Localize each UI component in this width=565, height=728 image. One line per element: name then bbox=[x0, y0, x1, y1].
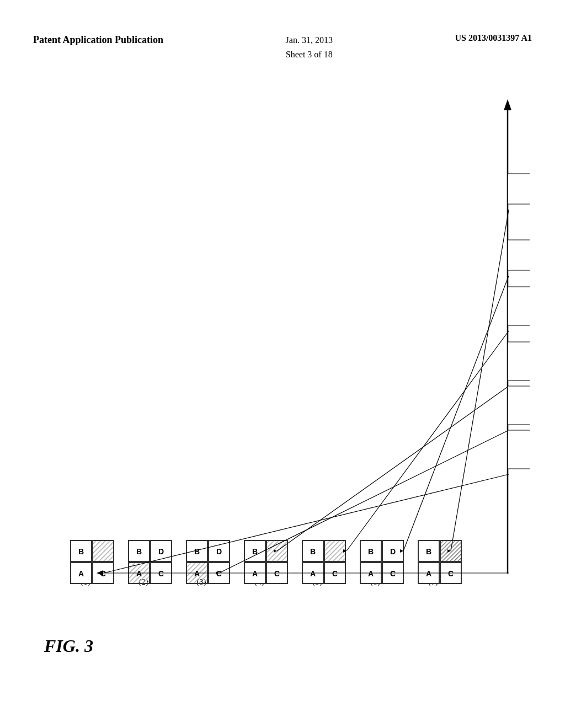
svg-text:A: A bbox=[252, 569, 258, 578]
figure-3-diagram: (1) B A C (2) B D A C (3) B D A C (4) B … bbox=[33, 88, 530, 673]
svg-text:A: A bbox=[136, 569, 142, 578]
svg-text:A: A bbox=[368, 569, 374, 578]
svg-rect-5 bbox=[93, 540, 114, 561]
svg-text:C: C bbox=[158, 569, 164, 578]
svg-text:A: A bbox=[426, 569, 431, 578]
svg-text:D: D bbox=[216, 547, 222, 556]
svg-rect-82 bbox=[508, 342, 530, 381]
svg-line-76 bbox=[451, 210, 509, 551]
svg-rect-84 bbox=[508, 287, 530, 325]
svg-text:B: B bbox=[194, 547, 200, 556]
svg-line-74 bbox=[403, 276, 509, 551]
publication-title: Patent Application Publication bbox=[33, 33, 163, 47]
svg-text:B: B bbox=[310, 547, 316, 556]
svg-text:A: A bbox=[310, 569, 316, 578]
svg-text:C: C bbox=[448, 569, 454, 578]
sheet-info: Jan. 31, 2013 Sheet 3 of 18 bbox=[286, 33, 333, 61]
svg-text:C: C bbox=[332, 569, 338, 578]
svg-rect-80 bbox=[508, 386, 530, 425]
svg-text:D: D bbox=[390, 547, 396, 556]
svg-text:A: A bbox=[194, 569, 200, 578]
svg-text:C: C bbox=[390, 569, 396, 578]
svg-rect-39 bbox=[324, 540, 345, 561]
svg-text:B: B bbox=[426, 547, 431, 556]
svg-rect-88 bbox=[508, 174, 530, 204]
svg-text:A: A bbox=[78, 569, 84, 578]
svg-text:D: D bbox=[158, 547, 164, 556]
figure-label: FIG. 3 bbox=[44, 636, 93, 656]
svg-line-70 bbox=[277, 386, 509, 551]
svg-marker-1 bbox=[504, 99, 511, 110]
patent-number: US 2013/0031397 A1 bbox=[455, 33, 532, 43]
svg-rect-86 bbox=[508, 240, 530, 270]
svg-text:B: B bbox=[136, 547, 142, 556]
svg-text:C: C bbox=[274, 569, 280, 578]
svg-line-72 bbox=[347, 331, 509, 551]
svg-text:B: B bbox=[78, 547, 84, 556]
page-header: Patent Application Publication Jan. 31, … bbox=[0, 33, 565, 61]
svg-rect-78 bbox=[508, 430, 530, 469]
svg-text:B: B bbox=[368, 547, 374, 556]
